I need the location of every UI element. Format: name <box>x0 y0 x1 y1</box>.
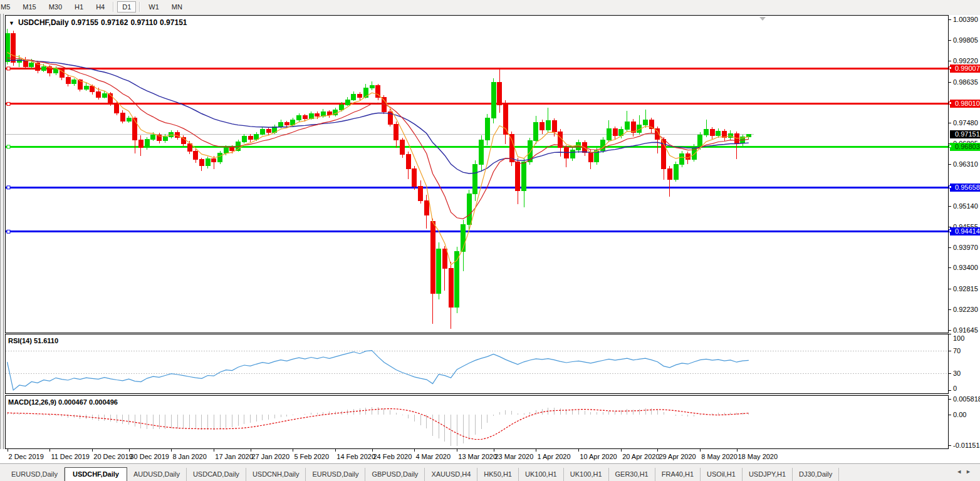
date-label: 20 Dec 2019 <box>93 453 132 460</box>
level-right-handle[interactable] <box>949 66 952 70</box>
rsi-axis-label: 30 <box>953 370 961 377</box>
rsi-canvas <box>6 334 948 393</box>
chart-tab-usoil-h1[interactable]: USOil,H1 <box>701 468 743 481</box>
chart-tab-uk100-h1[interactable]: UK100,H1 <box>519 468 564 481</box>
chart-tab-gbpusd-daily[interactable]: GBPUSD,Daily <box>365 468 425 481</box>
date-label: 8 May 2020 <box>701 453 737 460</box>
date-label: 5 Feb 2020 <box>294 453 329 460</box>
level-price-tag-0.94414: 0.94414 <box>950 227 980 235</box>
price-axis-label: 0.98635 <box>953 78 978 86</box>
date-tick <box>700 449 701 452</box>
date-tick <box>171 449 172 452</box>
level-right-handle[interactable] <box>949 229 952 232</box>
date-label: 29 Apr 2020 <box>659 453 696 460</box>
level-right-handle[interactable] <box>949 145 952 148</box>
date-tick <box>578 449 579 452</box>
date-axis: 2 Dec 201911 Dec 201920 Dec 201930 Dec 2… <box>0 449 980 463</box>
date-label: 10 Apr 2020 <box>580 453 617 460</box>
chart-tab-usdchf-daily[interactable]: USDCHF,Daily <box>65 467 127 481</box>
date-tick <box>8 449 8 452</box>
date-label: 17 Jan 2020 <box>215 453 253 460</box>
chart-tab-usdjpy-h1[interactable]: USDJPY,H1 <box>743 468 793 481</box>
chart-menu-dropdown-icon[interactable]: ▼ <box>9 20 14 26</box>
price-axis-label: 1.00390 <box>953 16 978 23</box>
ma-medium-line <box>8 58 749 219</box>
price-axis-label: 0.97480 <box>953 119 978 127</box>
timeframe-button-m5[interactable]: M5 <box>0 1 15 13</box>
axis-tick <box>949 40 951 41</box>
tab-scroll-right-icon[interactable]: ► <box>966 468 975 475</box>
price-axis-label: 0.99220 <box>953 57 978 65</box>
level-right-handle[interactable] <box>949 185 952 189</box>
timeframe-button-h4[interactable]: H4 <box>91 1 110 13</box>
axis-tick <box>949 330 951 331</box>
axis-tick <box>949 19 951 20</box>
price-chart-pane[interactable] <box>5 15 949 333</box>
date-label: 8 Jan 2020 <box>172 453 206 460</box>
rsi-label: RSI(14) 51.6110 <box>8 337 58 344</box>
chart-tab-eurusd-daily[interactable]: EURUSD,Daily <box>306 468 365 481</box>
price-axis-label: 0.91645 <box>953 326 978 334</box>
date-tick <box>251 449 251 452</box>
macd-axis-label: 0.005818 <box>953 395 980 403</box>
level-left-handle[interactable] <box>7 102 10 105</box>
level-left-handle[interactable] <box>7 230 10 233</box>
tab-scroll-arrows[interactable]: ◄► <box>956 468 975 475</box>
price-axis-label: 0.92815 <box>953 285 978 292</box>
timeframe-button-mn[interactable]: MN <box>167 1 187 13</box>
price-axis-label: 0.95140 <box>953 202 978 210</box>
tab-scroll-left-icon[interactable]: ◄ <box>956 468 966 475</box>
chart-tab-usdcnh-daily[interactable]: USDCNH,Daily <box>246 468 306 481</box>
rsi-indicator-pane[interactable] <box>5 334 949 394</box>
axis-tick <box>949 351 951 351</box>
axis-tick <box>949 206 951 207</box>
axis-tick <box>949 415 951 415</box>
chart-tab-usdcad-daily[interactable]: USDCAD,Daily <box>187 468 246 481</box>
chart-tab-audusd-daily[interactable]: AUDUSD,Daily <box>127 468 187 481</box>
ohlc-close: 0.97151 <box>160 18 187 27</box>
level-price-tag-0.99007: 0.99007 <box>950 65 980 73</box>
rsi-axis-label: 70 <box>953 347 961 354</box>
chart-tab-hk50-h1[interactable]: HK50,H1 <box>477 468 519 481</box>
macd-histogram <box>8 407 749 446</box>
axis-tick <box>949 334 951 334</box>
date-label: 30 Dec 2019 <box>130 453 169 460</box>
level-price-tag-0.95658: 0.95658 <box>950 184 980 192</box>
chart-tab-xauusd-h4[interactable]: XAUUSD,H4 <box>425 468 477 481</box>
level-left-handle[interactable] <box>7 145 10 148</box>
date-label: 11 Dec 2019 <box>51 453 90 460</box>
macd-label: MACD(12,26,9) 0.000467 0.000496 <box>8 398 118 406</box>
date-label: 18 May 2020 <box>738 453 778 460</box>
level-right-handle[interactable] <box>949 101 952 105</box>
timeframe-button-w1[interactable]: W1 <box>143 1 164 13</box>
timeframe-button-d1[interactable]: D1 <box>117 1 136 13</box>
rsi-axis-label: 0 <box>953 385 957 392</box>
chart-tab-ger30-h1[interactable]: GER30,H1 <box>609 468 655 481</box>
date-tick <box>737 449 738 452</box>
candles-layer <box>6 29 751 329</box>
ma-slow-line <box>8 60 749 173</box>
chart-tab-fra40-h1[interactable]: FRA40,H1 <box>655 468 701 481</box>
price-axis-label: 0.99805 <box>953 36 978 44</box>
chart-tab-uk100-h1[interactable]: UK100,H1 <box>564 468 609 481</box>
date-tick <box>414 449 415 452</box>
date-tick <box>457 449 457 452</box>
chart-title: ▼USDCHF,Daily0.971550.971620.971100.9715… <box>9 18 190 27</box>
price-axis-label: 0.93970 <box>953 244 978 251</box>
date-tick <box>335 449 336 452</box>
chart-tab-eurusd-daily[interactable]: EURUSD,Daily <box>5 468 65 481</box>
axis-tick <box>949 399 951 400</box>
level-left-handle[interactable] <box>7 67 10 70</box>
macd-canvas <box>6 396 948 448</box>
timeframe-button-m15[interactable]: M15 <box>18 1 41 13</box>
chart-tab-dj30-daily[interactable]: DJ30,Daily <box>793 468 839 481</box>
macd-indicator-pane[interactable] <box>5 395 949 449</box>
toolbar-separator <box>139 2 140 12</box>
toolbar-separator <box>113 2 114 12</box>
date-label: 23 Mar 2020 <box>495 453 534 460</box>
level-left-handle[interactable] <box>7 186 10 189</box>
chart-shift-marker-icon[interactable] <box>759 17 766 21</box>
timeframe-button-h1[interactable]: H1 <box>70 1 88 13</box>
candlestick-canvas <box>6 16 948 333</box>
timeframe-button-m30[interactable]: M30 <box>44 1 67 13</box>
